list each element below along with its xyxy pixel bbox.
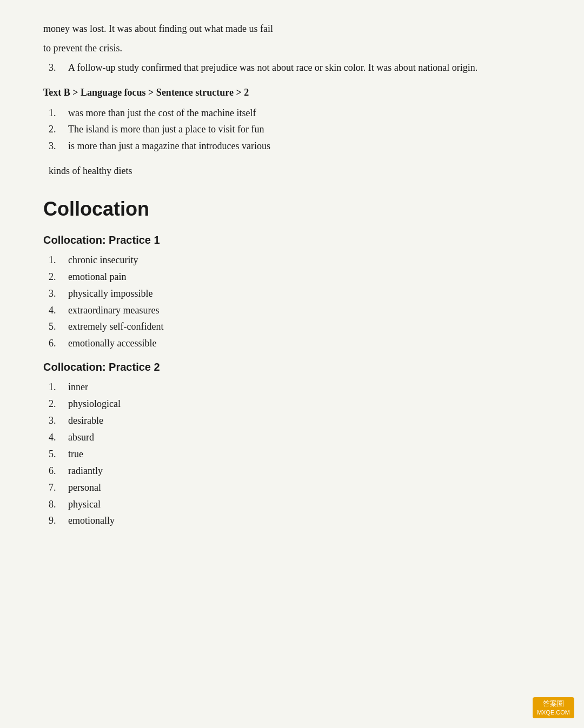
list-item: 1. inner <box>43 380 541 395</box>
item-text: emotional pain <box>68 270 541 285</box>
item-num: 2. <box>49 397 68 412</box>
list-item: 1. chronic insecurity <box>43 253 541 268</box>
list-item: 5. true <box>43 447 541 462</box>
practice2-heading: Collocation: Practice 2 <box>43 359 541 376</box>
item-num: 2. <box>49 270 68 285</box>
watermark-bottom: MXQE.COM <box>537 709 570 716</box>
list-item: 3. is more than just a magazine that int… <box>43 139 541 154</box>
list-item: 5. extremely self-confident <box>43 319 541 335</box>
item-num: 5. <box>49 319 68 335</box>
list-item: 8. physical <box>43 497 541 512</box>
practice1-list: 1. chronic insecurity 2. emotional pain … <box>43 253 541 351</box>
list-item: 6. emotionally accessible <box>43 336 541 351</box>
watermark: 答案圈 MXQE.COM <box>533 697 574 718</box>
textb-heading: Text B > Language focus > Sentence struc… <box>43 85 541 101</box>
textb-section: Text B > Language focus > Sentence struc… <box>43 85 541 179</box>
item-num: 3. <box>49 139 68 154</box>
textb-list: 1. was more than just the cost of the ma… <box>43 106 541 179</box>
list-item: 9. emotionally <box>43 513 541 529</box>
item-num: 3. <box>49 286 68 302</box>
item-num: 4. <box>49 303 68 318</box>
item-text: physiological <box>68 397 541 412</box>
practice1-heading: Collocation: Practice 1 <box>43 232 541 249</box>
intro-line1: money was lost. It was about finding out… <box>43 22 541 37</box>
intro-section: money was lost. It was about finding out… <box>43 22 541 76</box>
watermark-top: 答案圈 <box>543 699 564 709</box>
item-num: 3. <box>49 413 68 429</box>
collocation-big-heading: Collocation <box>43 194 541 224</box>
item-text: inner <box>68 380 541 395</box>
item-text: desirable <box>68 413 541 429</box>
item-text: extremely self-confident <box>68 319 541 335</box>
intro-item-3-text: A follow-up study confirmed that prejudi… <box>68 61 541 76</box>
textb-continuation: kinds of healthy diets <box>43 164 541 179</box>
collocation-practice1-section: Collocation: Practice 1 1. chronic insec… <box>43 232 541 351</box>
list-item: 7. personal <box>43 480 541 496</box>
item-text: chronic insecurity <box>68 253 541 268</box>
item-text: is more than just a magazine that introd… <box>68 139 541 154</box>
item-num: 6. <box>49 464 68 479</box>
item-num: 5. <box>49 447 68 462</box>
list-item: 1. was more than just the cost of the ma… <box>43 106 541 121</box>
intro-line2: to prevent the crisis. <box>43 41 541 56</box>
item-text: The island is more than just a place to … <box>68 122 541 137</box>
list-item: 2. emotional pain <box>43 270 541 285</box>
list-item: 3. physically impossible <box>43 286 541 302</box>
list-item: 4. extraordinary measures <box>43 303 541 318</box>
list-item: 4. absurd <box>43 430 541 445</box>
list-item: 3. desirable <box>43 413 541 429</box>
item-num: 4. <box>49 430 68 445</box>
item-text: personal <box>68 480 541 496</box>
item-text: absurd <box>68 430 541 445</box>
intro-item-3-num: 3. <box>49 61 68 76</box>
item-num: 6. <box>49 336 68 351</box>
item-num: 1. <box>49 106 68 121</box>
intro-item-3: 3. A follow-up study confirmed that prej… <box>43 61 541 76</box>
collocation-practice2-section: Collocation: Practice 2 1. inner 2. phys… <box>43 359 541 529</box>
item-num: 8. <box>49 497 68 512</box>
item-text: physically impossible <box>68 286 541 302</box>
item-num: 9. <box>49 513 68 529</box>
item-num: 1. <box>49 380 68 395</box>
item-text: physical <box>68 497 541 512</box>
item-text: radiantly <box>68 464 541 479</box>
list-item: 6. radiantly <box>43 464 541 479</box>
watermark-icon: 答案圈 <box>543 699 564 709</box>
item-num: 1. <box>49 253 68 268</box>
item-text: true <box>68 447 541 462</box>
item-num: 7. <box>49 480 68 496</box>
practice2-list: 1. inner 2. physiological 3. desirable 4… <box>43 380 541 529</box>
item-text: emotionally accessible <box>68 336 541 351</box>
list-item: 2. physiological <box>43 397 541 412</box>
item-text: emotionally <box>68 513 541 529</box>
item-num: 2. <box>49 122 68 137</box>
item-text: extraordinary measures <box>68 303 541 318</box>
list-item: 2. The island is more than just a place … <box>43 122 541 137</box>
item-text: was more than just the cost of the machi… <box>68 106 541 121</box>
